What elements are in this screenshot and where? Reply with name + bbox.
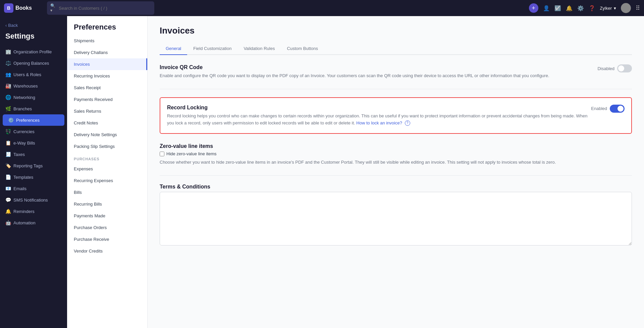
mid-sidebar-item-shipments[interactable]: Shipments: [67, 35, 147, 47]
mid-sidebar-item-packing-slip[interactable]: Packing Slip Settings: [67, 141, 147, 152]
mid-sidebar: Preferences Shipments Delivery Challans …: [67, 16, 148, 328]
tabs-bar: General Field Customization Validation R…: [160, 43, 632, 55]
avatar[interactable]: [621, 3, 631, 13]
back-link[interactable]: ‹ Back: [0, 20, 67, 31]
user-menu[interactable]: Zylker ▾: [600, 6, 616, 11]
sidebar-item-automation[interactable]: 🤖 Automation: [0, 217, 67, 228]
branches-icon: 🌿: [5, 106, 11, 111]
tab-custom-buttons[interactable]: Custom Buttons: [281, 43, 324, 55]
mid-sidebar-item-recurring-expenses[interactable]: Recurring Expenses: [67, 175, 147, 186]
invoice-qr-status-label: Disabled: [597, 66, 614, 71]
mid-sidebar-item-payments-made[interactable]: Payments Made: [67, 210, 147, 222]
divider-1: [160, 89, 632, 89]
record-locking-help-link[interactable]: How to lock an invoice?: [356, 120, 402, 125]
tab-field-customization[interactable]: Field Customization: [187, 43, 237, 55]
sidebar-item-label: Opening Balances: [13, 61, 49, 66]
back-label: Back: [8, 23, 18, 28]
topnav: B Books 🔍▾ + 👤 ☑️ 🔔 ⚙️ ❓ Zylker ▾ ⠿: [0, 0, 644, 16]
terms-title: Terms & Conditions: [160, 184, 632, 190]
contacts-icon[interactable]: 👤: [543, 5, 550, 11]
sidebar-item-label: Organization Profile: [13, 49, 52, 54]
help-icon[interactable]: ❓: [589, 5, 595, 11]
org-profile-icon: 🏢: [5, 49, 11, 54]
mid-sidebar-item-delivery-note[interactable]: Delivery Note Settings: [67, 129, 147, 141]
terms-section: Terms & Conditions: [160, 184, 632, 247]
sidebar-item-reminders[interactable]: 🔔 Reminders: [0, 206, 67, 217]
terms-textarea[interactable]: [160, 192, 632, 245]
sidebar-item-reporting-tags[interactable]: 🏷️ Reporting Tags: [0, 160, 67, 171]
sidebar-item-networking[interactable]: 🌐 Networking: [0, 92, 67, 103]
taxes-icon: 🧾: [5, 152, 11, 157]
zero-value-section: Zero-value line items Hide zero-value li…: [160, 143, 632, 166]
record-locking-status-label: Enabled: [591, 106, 607, 111]
mid-sidebar-item-bills[interactable]: Bills: [67, 186, 147, 198]
sidebar-item-currencies[interactable]: 💱 Currencies: [0, 126, 67, 137]
mid-sidebar-item-purchase-orders[interactable]: Purchase Orders: [67, 222, 147, 233]
search-bar[interactable]: 🔍▾: [47, 1, 154, 15]
templates-icon: 📄: [5, 174, 11, 180]
user-name: Zylker: [600, 6, 612, 11]
record-locking-help-icon[interactable]: ?: [405, 120, 410, 126]
record-locking-slider: [610, 105, 625, 113]
reminders-icon: 🔔: [5, 209, 11, 214]
emails-icon: 📧: [5, 186, 11, 191]
record-locking-title: Record Locking: [167, 105, 591, 111]
invoice-qr-toggle[interactable]: [617, 64, 632, 72]
app-logo[interactable]: B Books: [4, 3, 44, 13]
preferences-icon: ⚙️: [8, 117, 13, 123]
tab-validation-rules[interactable]: Validation Rules: [237, 43, 281, 55]
sidebar-item-label: Warehouses: [13, 84, 38, 89]
zero-value-checkbox-row[interactable]: Hide zero-value line items: [160, 151, 632, 156]
sidebar-item-label: e-Way Bills: [13, 141, 35, 146]
mid-sidebar-item-purchase-receive[interactable]: Purchase Receive: [67, 233, 147, 245]
bell-icon[interactable]: 🔔: [566, 5, 573, 11]
currencies-icon: 💱: [5, 129, 11, 134]
mid-sidebar-item-sales-receipt[interactable]: Sales Receipt: [67, 82, 147, 94]
sidebar-item-label: Currencies: [13, 129, 35, 134]
mid-sidebar-item-invoices[interactable]: Invoices: [67, 58, 147, 70]
tab-general[interactable]: General: [160, 43, 187, 55]
sidebar-item-label: Branches: [13, 106, 32, 111]
divider-2: [160, 175, 632, 176]
mid-sidebar-item-payments-received[interactable]: Payments Received: [67, 94, 147, 105]
invoice-qr-title: Invoice QR Code: [160, 64, 597, 70]
purchases-section-header: PURCHASES: [67, 152, 147, 163]
sidebar-item-branches[interactable]: 🌿 Branches: [0, 103, 67, 114]
apps-grid-icon[interactable]: ⠿: [636, 4, 640, 12]
mid-sidebar-item-recurring-invoices[interactable]: Recurring Invoices: [67, 70, 147, 82]
add-button[interactable]: +: [529, 3, 538, 13]
invoice-qr-slider: [617, 64, 632, 72]
sidebar-item-org-profile[interactable]: 🏢 Organization Profile: [0, 46, 67, 57]
search-input[interactable]: [59, 6, 151, 11]
search-dropdown-icon[interactable]: 🔍▾: [50, 3, 57, 13]
sidebar-item-taxes[interactable]: 🧾 Taxes: [0, 149, 67, 160]
settings-icon[interactable]: ⚙️: [577, 5, 584, 11]
sidebar-item-opening-balances[interactable]: ⚖️ Opening Balances: [0, 57, 67, 69]
mid-sidebar-item-sales-returns[interactable]: Sales Returns: [67, 105, 147, 117]
networking-icon: 🌐: [5, 95, 11, 100]
mid-sidebar-item-vendor-credits[interactable]: Vendor Credits: [67, 245, 147, 257]
main-content: Invoices General Field Customization Val…: [148, 16, 644, 328]
left-sidebar: ‹ Back Settings 🏢 Organization Profile ⚖…: [0, 16, 67, 328]
sidebar-item-label: Taxes: [13, 152, 25, 157]
mid-sidebar-item-credit-notes[interactable]: Credit Notes: [67, 117, 147, 129]
mid-sidebar-item-recurring-bills[interactable]: Recurring Bills: [67, 198, 147, 210]
checklist-icon[interactable]: ☑️: [554, 5, 561, 11]
sidebar-item-templates[interactable]: 📄 Templates: [0, 171, 67, 183]
sidebar-item-preferences[interactable]: ⚙️ Preferences: [3, 114, 64, 126]
sidebar-item-users-roles[interactable]: 👥 Users & Roles: [0, 69, 67, 80]
zero-value-checkbox[interactable]: [160, 152, 164, 156]
sidebar-item-label: Templates: [13, 175, 33, 180]
sidebar-item-sms[interactable]: 💬 SMS Notifications: [0, 194, 67, 206]
record-locking-toggle[interactable]: [610, 105, 625, 113]
sidebar-item-emails[interactable]: 📧 Emails: [0, 183, 67, 194]
sidebar-item-label: SMS Notifications: [13, 198, 48, 203]
invoice-qr-description: Enable and configure the QR code you wan…: [160, 72, 597, 79]
sidebar-item-eway-bills[interactable]: 📋 e-Way Bills: [0, 137, 67, 149]
reporting-tags-icon: 🏷️: [5, 163, 11, 168]
mid-sidebar-item-delivery-challans[interactable]: Delivery Challans: [67, 47, 147, 58]
mid-sidebar-item-expenses[interactable]: Expenses: [67, 163, 147, 175]
back-chevron-icon: ‹: [5, 23, 7, 28]
sidebar-item-warehouses[interactable]: 🏭 Warehouses: [0, 80, 67, 92]
mid-sidebar-title: Preferences: [67, 16, 147, 35]
